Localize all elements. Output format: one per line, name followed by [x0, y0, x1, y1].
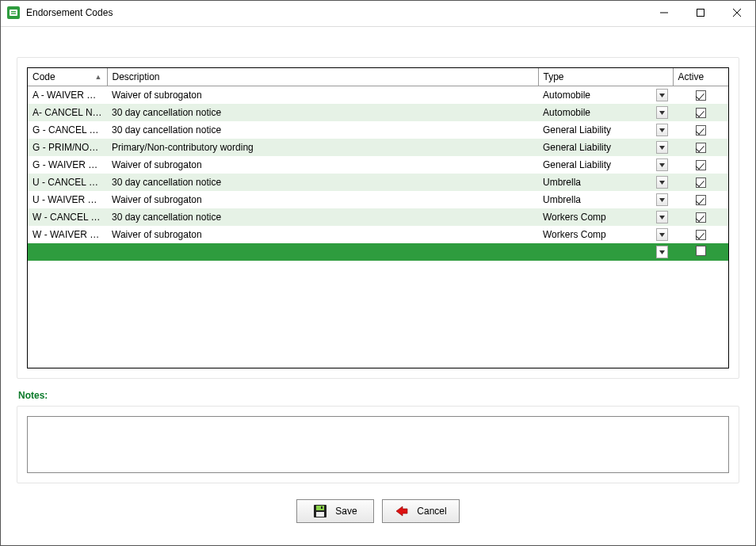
type-value: Umbrella — [543, 194, 653, 205]
cell-description[interactable]: Primary/Non-contributory wording — [107, 139, 538, 156]
cell-code[interactable]: A - WAIVER OF ... — [28, 86, 107, 105]
table-row[interactable]: W - WAIVER OF ...Waiver of subrogatonWor… — [28, 226, 728, 243]
dropdown-icon[interactable] — [656, 141, 668, 154]
save-button[interactable]: Save — [296, 499, 374, 523]
cell-code[interactable]: U - CANCEL NO... — [28, 174, 107, 191]
cell-type[interactable]: Automobile — [538, 86, 673, 105]
cell-active[interactable] — [673, 174, 728, 191]
cell-description[interactable]: 30 day cancellation notice — [107, 208, 538, 226]
column-header-active[interactable]: Active — [673, 68, 728, 86]
type-value: Workers Comp — [543, 229, 653, 240]
cancel-button-label: Cancel — [417, 506, 446, 517]
cell-active[interactable] — [673, 191, 728, 208]
notes-label: Notes: — [18, 390, 738, 401]
cell-active[interactable] — [673, 86, 728, 105]
cell-code[interactable]: G - WAIVER OF ... — [28, 156, 107, 174]
data-grid[interactable]: Code ▲ Description Type Active A - WAIVE… — [27, 67, 729, 368]
cell-active[interactable] — [673, 156, 728, 174]
svg-rect-9 — [316, 506, 324, 510]
column-header-type[interactable]: Type — [538, 68, 673, 86]
table-row-new[interactable] — [28, 243, 728, 261]
cell-active[interactable] — [673, 208, 728, 226]
dropdown-icon[interactable] — [656, 246, 668, 258]
dropdown-icon[interactable] — [656, 193, 668, 206]
content-area: Code ▲ Description Type Active A - WAIVE… — [1, 26, 755, 545]
column-header-code[interactable]: Code ▲ — [28, 68, 107, 86]
cell-type[interactable]: General Liability — [538, 139, 673, 156]
dropdown-icon[interactable] — [656, 211, 668, 223]
cell-type[interactable]: Umbrella — [538, 191, 673, 208]
column-header-code-label: Code — [32, 71, 55, 82]
active-checkbox[interactable] — [696, 195, 706, 205]
cell-code[interactable]: A- CANCEL NOTI... — [28, 104, 107, 121]
type-value: Workers Comp — [543, 212, 653, 223]
cell-description[interactable]: Waiver of subrogaton — [107, 86, 538, 105]
cell-description[interactable] — [107, 243, 538, 261]
active-checkbox[interactable] — [696, 143, 706, 153]
table-row[interactable]: W - CANCEL NO...30 day cancellation noti… — [28, 208, 728, 226]
active-checkbox[interactable] — [696, 108, 706, 118]
cell-code[interactable]: G - PRIM/NON C... — [28, 139, 107, 156]
cell-code[interactable] — [28, 243, 107, 261]
type-value: Umbrella — [543, 177, 653, 188]
cell-type[interactable]: Automobile — [538, 104, 673, 121]
type-value: Automobile — [543, 90, 653, 101]
cell-active[interactable] — [673, 139, 728, 156]
app-icon — [7, 6, 20, 19]
table-row[interactable]: A - WAIVER OF ...Waiver of subrogatonAut… — [28, 86, 728, 105]
dropdown-icon[interactable] — [656, 89, 668, 101]
cell-description[interactable]: 30 day cancellation notice — [107, 104, 538, 121]
active-checkbox[interactable] — [696, 246, 706, 256]
cell-code[interactable]: G - CANCEL NO... — [28, 121, 107, 139]
svg-rect-11 — [321, 506, 323, 509]
notes-textarea[interactable] — [27, 416, 729, 473]
table-row[interactable]: G - WAIVER OF ...Waiver of subrogatonGen… — [28, 156, 728, 174]
cell-description[interactable]: Waiver of subrogaton — [107, 226, 538, 243]
cell-type[interactable]: Umbrella — [538, 174, 673, 191]
active-checkbox[interactable] — [696, 178, 706, 188]
cell-active[interactable] — [673, 226, 728, 243]
cell-description[interactable]: Waiver of subrogaton — [107, 156, 538, 174]
active-checkbox[interactable] — [696, 90, 706, 101]
active-checkbox[interactable] — [696, 125, 706, 136]
svg-rect-2 — [11, 11, 16, 12]
table-row[interactable]: G - PRIM/NON C...Primary/Non-contributor… — [28, 139, 728, 156]
close-button[interactable] — [719, 1, 755, 25]
svg-rect-1 — [10, 10, 17, 16]
cell-code[interactable]: U - WAIVER OF ... — [28, 191, 107, 208]
cell-type[interactable] — [538, 243, 673, 261]
cell-active[interactable] — [673, 121, 728, 139]
cell-description[interactable]: 30 day cancellation notice — [107, 174, 538, 191]
cell-code[interactable]: W - CANCEL NO... — [28, 208, 107, 226]
dropdown-icon[interactable] — [656, 176, 668, 189]
dropdown-icon[interactable] — [656, 106, 668, 119]
cell-active[interactable] — [673, 243, 728, 261]
cell-code[interactable]: W - WAIVER OF ... — [28, 226, 107, 243]
dropdown-icon[interactable] — [656, 158, 668, 171]
cell-description[interactable]: Waiver of subrogaton — [107, 191, 538, 208]
table-row[interactable]: U - CANCEL NO...30 day cancellation noti… — [28, 174, 728, 191]
cancel-icon — [395, 504, 409, 518]
svg-rect-5 — [697, 10, 704, 17]
cell-type[interactable]: General Liability — [538, 121, 673, 139]
table-row[interactable]: U - WAIVER OF ...Waiver of subrogatonUmb… — [28, 191, 728, 208]
active-checkbox[interactable] — [696, 212, 706, 223]
cancel-button[interactable]: Cancel — [382, 499, 460, 523]
active-checkbox[interactable] — [696, 230, 706, 240]
table-row[interactable]: A- CANCEL NOTI...30 day cancellation not… — [28, 104, 728, 121]
cell-description[interactable]: 30 day cancellation notice — [107, 121, 538, 139]
cell-type[interactable]: General Liability — [538, 156, 673, 174]
cell-type[interactable]: Workers Comp — [538, 226, 673, 243]
column-header-description[interactable]: Description — [107, 68, 538, 86]
table-row[interactable]: G - CANCEL NO...30 day cancellation noti… — [28, 121, 728, 139]
dropdown-icon[interactable] — [656, 124, 668, 136]
cell-active[interactable] — [673, 104, 728, 121]
window-controls — [646, 1, 755, 25]
maximize-button[interactable] — [682, 1, 719, 25]
minimize-button[interactable] — [646, 1, 682, 25]
notes-panel — [17, 406, 739, 483]
active-checkbox[interactable] — [696, 160, 706, 170]
dropdown-icon[interactable] — [656, 228, 668, 241]
cell-type[interactable]: Workers Comp — [538, 208, 673, 226]
svg-rect-10 — [316, 512, 324, 517]
